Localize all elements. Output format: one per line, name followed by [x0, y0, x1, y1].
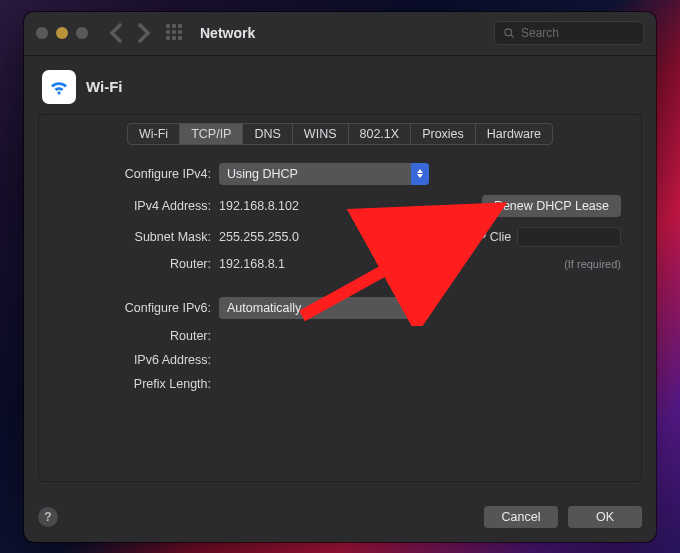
- all-preferences-icon[interactable]: [166, 24, 184, 42]
- tab-proxies[interactable]: Proxies: [410, 123, 476, 145]
- svg-point-0: [505, 29, 512, 36]
- tab-8021x[interactable]: 802.1X: [348, 123, 412, 145]
- sheet-header: Wi-Fi: [38, 70, 642, 114]
- window-titlebar: Network Search: [24, 12, 656, 56]
- tab-dns[interactable]: DNS: [242, 123, 292, 145]
- prefix-length-label: Prefix Length:: [59, 377, 211, 391]
- router-value: 192.168.8.1: [219, 257, 443, 271]
- content-area: Wi-Fi Wi-Fi TCP/IP DNS WINS 802.1X Proxi…: [24, 56, 656, 496]
- configure-ipv4-value: Using DHCP: [227, 167, 298, 181]
- help-button[interactable]: ?: [38, 507, 58, 527]
- configure-ipv6-value: Automatically: [227, 301, 301, 315]
- configure-ipv6-select[interactable]: Automatically: [219, 297, 429, 319]
- dhcp-client-id-input[interactable]: [517, 227, 621, 247]
- sheet-title: Wi-Fi: [86, 78, 123, 95]
- if-required-label: (If required): [564, 258, 621, 270]
- tab-bar: Wi-Fi TCP/IP DNS WINS 802.1X Proxies Har…: [39, 123, 641, 145]
- settings-panel: Wi-Fi TCP/IP DNS WINS 802.1X Proxies Har…: [38, 114, 642, 482]
- wifi-icon: [42, 70, 76, 104]
- search-placeholder: Search: [521, 26, 559, 40]
- footer: ? Cancel OK: [24, 496, 656, 542]
- ipv4-address-value: 192.168.8.102: [219, 199, 443, 213]
- dhcp-client-id-label: DHCP Client ID:: [451, 230, 511, 244]
- renew-dhcp-lease-button[interactable]: Renew DHCP Lease: [482, 195, 621, 217]
- search-icon: [503, 27, 515, 39]
- search-input[interactable]: Search: [494, 21, 644, 45]
- svg-line-1: [511, 35, 514, 38]
- traffic-lights: [36, 27, 88, 39]
- tab-wins[interactable]: WINS: [292, 123, 349, 145]
- minimize-icon[interactable]: [56, 27, 68, 39]
- forward-button[interactable]: [134, 23, 154, 43]
- tab-hardware[interactable]: Hardware: [475, 123, 553, 145]
- tab-tcpip[interactable]: TCP/IP: [179, 123, 243, 145]
- subnet-mask-value: 255.255.255.0: [219, 230, 443, 244]
- network-preferences-window: Network Search Wi-Fi Wi-Fi TCP/IP DNS WI…: [24, 12, 656, 542]
- back-button[interactable]: [106, 23, 126, 43]
- cancel-button[interactable]: Cancel: [484, 506, 558, 528]
- close-icon[interactable]: [36, 27, 48, 39]
- maximize-icon[interactable]: [76, 27, 88, 39]
- router6-label: Router:: [59, 329, 211, 343]
- subnet-mask-label: Subnet Mask:: [59, 230, 211, 244]
- router-label: Router:: [59, 257, 211, 271]
- configure-ipv4-label: Configure IPv4:: [59, 167, 211, 181]
- ok-button[interactable]: OK: [568, 506, 642, 528]
- ipv6-address-label: IPv6 Address:: [59, 353, 211, 367]
- tcpip-form: Configure IPv4: Using DHCP IPv4 Address:…: [39, 145, 641, 401]
- chevron-updown-icon: [411, 297, 429, 319]
- configure-ipv4-select[interactable]: Using DHCP: [219, 163, 429, 185]
- chevron-updown-icon: [411, 163, 429, 185]
- configure-ipv6-label: Configure IPv6:: [59, 301, 211, 315]
- tab-wifi[interactable]: Wi-Fi: [127, 123, 180, 145]
- window-title: Network: [200, 25, 255, 41]
- ipv4-address-label: IPv4 Address:: [59, 199, 211, 213]
